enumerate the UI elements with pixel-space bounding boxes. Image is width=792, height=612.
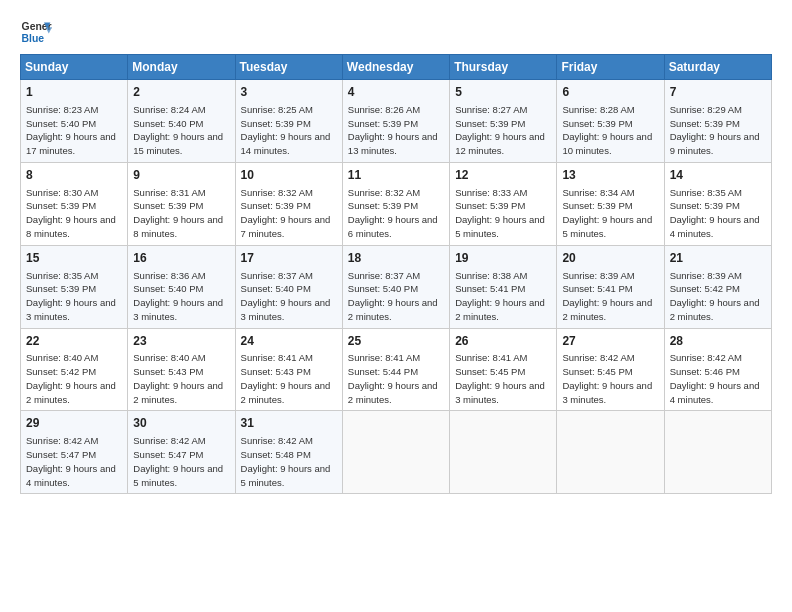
calendar-cell [664, 411, 771, 494]
calendar-cell: 12Sunrise: 8:33 AMSunset: 5:39 PMDayligh… [450, 162, 557, 245]
header: General Blue [20, 16, 772, 48]
day-number: 26 [455, 333, 551, 350]
day-number: 11 [348, 167, 444, 184]
day-info: Sunrise: 8:36 AMSunset: 5:40 PMDaylight:… [133, 269, 229, 324]
day-info: Sunrise: 8:23 AMSunset: 5:40 PMDaylight:… [26, 103, 122, 158]
calendar-cell: 19Sunrise: 8:38 AMSunset: 5:41 PMDayligh… [450, 245, 557, 328]
day-info: Sunrise: 8:40 AMSunset: 5:42 PMDaylight:… [26, 351, 122, 406]
calendar-header-monday: Monday [128, 55, 235, 80]
svg-text:Blue: Blue [22, 33, 45, 44]
calendar-cell: 16Sunrise: 8:36 AMSunset: 5:40 PMDayligh… [128, 245, 235, 328]
calendar-header-saturday: Saturday [664, 55, 771, 80]
day-info: Sunrise: 8:32 AMSunset: 5:39 PMDaylight:… [348, 186, 444, 241]
calendar-cell: 6Sunrise: 8:28 AMSunset: 5:39 PMDaylight… [557, 80, 664, 163]
day-info: Sunrise: 8:33 AMSunset: 5:39 PMDaylight:… [455, 186, 551, 241]
day-number: 9 [133, 167, 229, 184]
day-info: Sunrise: 8:39 AMSunset: 5:41 PMDaylight:… [562, 269, 658, 324]
day-info: Sunrise: 8:31 AMSunset: 5:39 PMDaylight:… [133, 186, 229, 241]
day-number: 21 [670, 250, 766, 267]
day-info: Sunrise: 8:29 AMSunset: 5:39 PMDaylight:… [670, 103, 766, 158]
calendar-header-sunday: Sunday [21, 55, 128, 80]
day-info: Sunrise: 8:37 AMSunset: 5:40 PMDaylight:… [348, 269, 444, 324]
calendar-cell: 26Sunrise: 8:41 AMSunset: 5:45 PMDayligh… [450, 328, 557, 411]
day-number: 20 [562, 250, 658, 267]
calendar-cell: 18Sunrise: 8:37 AMSunset: 5:40 PMDayligh… [342, 245, 449, 328]
day-info: Sunrise: 8:28 AMSunset: 5:39 PMDaylight:… [562, 103, 658, 158]
day-number: 13 [562, 167, 658, 184]
calendar-cell: 20Sunrise: 8:39 AMSunset: 5:41 PMDayligh… [557, 245, 664, 328]
calendar-header-row: SundayMondayTuesdayWednesdayThursdayFrid… [21, 55, 772, 80]
day-info: Sunrise: 8:39 AMSunset: 5:42 PMDaylight:… [670, 269, 766, 324]
day-number: 29 [26, 415, 122, 432]
day-info: Sunrise: 8:25 AMSunset: 5:39 PMDaylight:… [241, 103, 337, 158]
day-info: Sunrise: 8:41 AMSunset: 5:45 PMDaylight:… [455, 351, 551, 406]
day-number: 28 [670, 333, 766, 350]
day-number: 5 [455, 84, 551, 101]
day-info: Sunrise: 8:26 AMSunset: 5:39 PMDaylight:… [348, 103, 444, 158]
day-info: Sunrise: 8:30 AMSunset: 5:39 PMDaylight:… [26, 186, 122, 241]
day-info: Sunrise: 8:38 AMSunset: 5:41 PMDaylight:… [455, 269, 551, 324]
calendar-cell: 27Sunrise: 8:42 AMSunset: 5:45 PMDayligh… [557, 328, 664, 411]
day-number: 16 [133, 250, 229, 267]
day-number: 14 [670, 167, 766, 184]
day-number: 6 [562, 84, 658, 101]
calendar-header-wednesday: Wednesday [342, 55, 449, 80]
day-number: 18 [348, 250, 444, 267]
day-info: Sunrise: 8:24 AMSunset: 5:40 PMDaylight:… [133, 103, 229, 158]
day-number: 30 [133, 415, 229, 432]
calendar-cell: 11Sunrise: 8:32 AMSunset: 5:39 PMDayligh… [342, 162, 449, 245]
day-number: 7 [670, 84, 766, 101]
calendar-header-tuesday: Tuesday [235, 55, 342, 80]
day-number: 15 [26, 250, 122, 267]
calendar-cell: 10Sunrise: 8:32 AMSunset: 5:39 PMDayligh… [235, 162, 342, 245]
calendar-cell: 5Sunrise: 8:27 AMSunset: 5:39 PMDaylight… [450, 80, 557, 163]
day-number: 17 [241, 250, 337, 267]
day-info: Sunrise: 8:42 AMSunset: 5:45 PMDaylight:… [562, 351, 658, 406]
day-info: Sunrise: 8:42 AMSunset: 5:46 PMDaylight:… [670, 351, 766, 406]
day-number: 22 [26, 333, 122, 350]
day-number: 10 [241, 167, 337, 184]
day-number: 3 [241, 84, 337, 101]
calendar-header-thursday: Thursday [450, 55, 557, 80]
day-info: Sunrise: 8:35 AMSunset: 5:39 PMDaylight:… [26, 269, 122, 324]
day-number: 4 [348, 84, 444, 101]
calendar-cell: 8Sunrise: 8:30 AMSunset: 5:39 PMDaylight… [21, 162, 128, 245]
calendar-week-3: 15Sunrise: 8:35 AMSunset: 5:39 PMDayligh… [21, 245, 772, 328]
calendar: SundayMondayTuesdayWednesdayThursdayFrid… [20, 54, 772, 494]
day-number: 12 [455, 167, 551, 184]
day-info: Sunrise: 8:42 AMSunset: 5:48 PMDaylight:… [241, 434, 337, 489]
day-info: Sunrise: 8:27 AMSunset: 5:39 PMDaylight:… [455, 103, 551, 158]
day-info: Sunrise: 8:41 AMSunset: 5:43 PMDaylight:… [241, 351, 337, 406]
calendar-cell: 14Sunrise: 8:35 AMSunset: 5:39 PMDayligh… [664, 162, 771, 245]
day-number: 27 [562, 333, 658, 350]
calendar-header-friday: Friday [557, 55, 664, 80]
calendar-cell: 21Sunrise: 8:39 AMSunset: 5:42 PMDayligh… [664, 245, 771, 328]
day-number: 31 [241, 415, 337, 432]
page: General Blue SundayMondayTuesdayWednesda… [0, 0, 792, 504]
day-number: 23 [133, 333, 229, 350]
calendar-week-1: 1Sunrise: 8:23 AMSunset: 5:40 PMDaylight… [21, 80, 772, 163]
day-info: Sunrise: 8:32 AMSunset: 5:39 PMDaylight:… [241, 186, 337, 241]
calendar-cell [342, 411, 449, 494]
calendar-cell: 29Sunrise: 8:42 AMSunset: 5:47 PMDayligh… [21, 411, 128, 494]
day-info: Sunrise: 8:42 AMSunset: 5:47 PMDaylight:… [26, 434, 122, 489]
calendar-cell: 3Sunrise: 8:25 AMSunset: 5:39 PMDaylight… [235, 80, 342, 163]
calendar-cell [450, 411, 557, 494]
calendar-cell: 15Sunrise: 8:35 AMSunset: 5:39 PMDayligh… [21, 245, 128, 328]
day-number: 25 [348, 333, 444, 350]
calendar-cell: 22Sunrise: 8:40 AMSunset: 5:42 PMDayligh… [21, 328, 128, 411]
day-number: 8 [26, 167, 122, 184]
calendar-cell: 24Sunrise: 8:41 AMSunset: 5:43 PMDayligh… [235, 328, 342, 411]
calendar-cell: 25Sunrise: 8:41 AMSunset: 5:44 PMDayligh… [342, 328, 449, 411]
day-number: 2 [133, 84, 229, 101]
calendar-cell: 7Sunrise: 8:29 AMSunset: 5:39 PMDaylight… [664, 80, 771, 163]
calendar-cell: 9Sunrise: 8:31 AMSunset: 5:39 PMDaylight… [128, 162, 235, 245]
day-info: Sunrise: 8:37 AMSunset: 5:40 PMDaylight:… [241, 269, 337, 324]
logo-icon: General Blue [20, 16, 52, 48]
calendar-cell: 23Sunrise: 8:40 AMSunset: 5:43 PMDayligh… [128, 328, 235, 411]
calendar-cell [557, 411, 664, 494]
day-info: Sunrise: 8:40 AMSunset: 5:43 PMDaylight:… [133, 351, 229, 406]
calendar-week-2: 8Sunrise: 8:30 AMSunset: 5:39 PMDaylight… [21, 162, 772, 245]
logo: General Blue [20, 16, 52, 48]
calendar-cell: 2Sunrise: 8:24 AMSunset: 5:40 PMDaylight… [128, 80, 235, 163]
